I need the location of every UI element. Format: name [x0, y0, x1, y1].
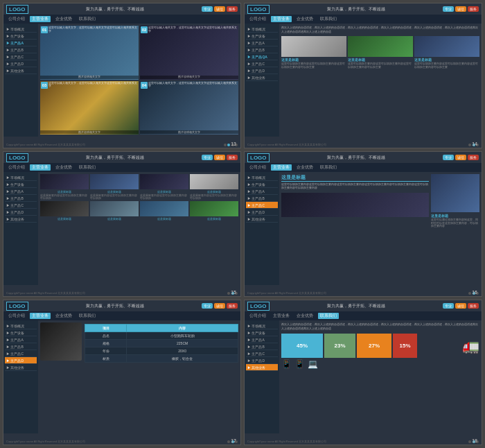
sidebar-market-13[interactable]: ▶ 市场概况	[5, 26, 37, 33]
sidebar-pA-14[interactable]: ▶ 主产品A	[246, 40, 278, 46]
td-year-label: 年份	[85, 347, 127, 355]
s15-item-7: 这是展标题	[140, 201, 188, 221]
s16-big-title: 这显是标题	[281, 174, 429, 182]
laptop-icon: 💻	[308, 359, 318, 369]
nav-business-16[interactable]: 主营业务	[271, 164, 292, 171]
sidebar-pC-16[interactable]: ▶ 主产品C	[246, 202, 278, 209]
sidebar-equip-18[interactable]: ▶ 生产设备	[246, 329, 278, 336]
sidebar-market-17[interactable]: ▶ 市场概况	[5, 322, 37, 329]
sidebar-pA-18[interactable]: ▶ 主产品A	[246, 336, 278, 343]
nav-advantage-14[interactable]: 企业优势	[294, 16, 315, 22]
nav-intro-14[interactable]: 公司介绍	[247, 16, 268, 22]
tires-image-area	[40, 322, 82, 431]
sidebar-equip-13[interactable]: ▶ 生产设备	[5, 33, 37, 40]
nav-advantage-16[interactable]: 企业优势	[294, 164, 315, 171]
nav-contact-13[interactable]: 联系我们	[77, 16, 98, 22]
footer-18: Copyright©your name All Right Reserved 北…	[245, 438, 482, 445]
sidebar-market-15[interactable]: ▶ 市场概况	[5, 174, 37, 181]
sidebar-pC-17[interactable]: ▶ 主产品C	[5, 350, 37, 357]
sidebar-other-13[interactable]: ▶ 其他业务	[5, 67, 37, 74]
s15-img-7	[140, 201, 188, 216]
s15-item-3: 这是展标题 这是展标签内容这里可以添加主要内容可以填加	[140, 174, 188, 200]
nav-business-15[interactable]: 主营业务	[30, 164, 51, 171]
nav-business-17[interactable]: 主营业务	[30, 313, 51, 319]
sidebar-equip-14[interactable]: ▶ 生产设备	[246, 33, 278, 40]
sidebar-pB-18[interactable]: ▶ 主产品B	[246, 343, 278, 350]
s16-left: 这显是标题 这里可以填加主要内容这里可以填加主要内容这里可以填加主要内容这里可以…	[281, 174, 429, 228]
sidebar-pA-16[interactable]: ▶ 主产品A	[246, 188, 278, 195]
sidebar-pB-14[interactable]: ▶ 主产品B	[246, 46, 278, 53]
sidebar-pB-16[interactable]: ▶ 主产品B	[246, 195, 278, 202]
slide-14-nav: 公司介绍 主营业务 企业优势 联系我们	[245, 15, 482, 24]
nav-intro-17[interactable]: 公司介绍	[6, 313, 27, 319]
sidebar-pD-18[interactable]: ▶ 主产品D	[246, 357, 278, 364]
tagline-17: 聚力共赢，勇于开拓、不断超越	[28, 303, 202, 309]
s16-camera-img	[281, 193, 429, 217]
text-04-13: 这里可以输入相关文字，这里可以输入相关文字这里可以输入相关联系文字	[148, 82, 238, 88]
nav-contact-17[interactable]: 联系我们	[77, 313, 98, 319]
s16-big-area: 这显是标题 这里可以填加主要内容这里可以填加主要内容这里可以填加主要内容这里可以…	[281, 174, 479, 228]
nav-contact-14[interactable]: 联系我们	[318, 16, 339, 22]
sidebar-pC-14[interactable]: ▶ 主产品C	[246, 60, 278, 67]
dot1-13	[224, 144, 227, 146]
nav-contact-18[interactable]: 联系我们	[318, 313, 339, 319]
footer-15: Copyright©your name All Right Reserved 北…	[3, 290, 240, 296]
td-name-label: 品名	[85, 332, 127, 340]
sidebar-market-16[interactable]: ▶ 市场概况	[246, 174, 278, 181]
nav-advantage-13[interactable]: 企业优势	[53, 16, 74, 22]
s15-item-1: 这是展标题 这是展标签内容这里可以添加主要内容可以填加	[40, 174, 89, 200]
sidebar-pA-17[interactable]: ▶ 主产品A	[5, 336, 37, 343]
nav-contact-15[interactable]: 联系我们	[77, 164, 98, 171]
slide-16-nav: 公司介绍 主营业务 企业优势 联系我们	[245, 163, 482, 172]
sidebar-pB-17[interactable]: ▶ 主产品B	[5, 343, 37, 350]
sidebar-pB-15[interactable]: ▶ 主产品B	[5, 195, 37, 202]
header-icons-15: 专业 诚信 服务	[202, 155, 238, 160]
sidebar-pC-15[interactable]: ▶ 主产品C	[5, 202, 37, 209]
sidebar-pC-18[interactable]: ▶ 主产品C	[246, 350, 278, 357]
nav-contact-16[interactable]: 联系我们	[318, 164, 339, 171]
sidebar-other-17[interactable]: ▶ 其他业务	[5, 364, 37, 371]
sidebar-equip-17[interactable]: ▶ 生产设备	[5, 329, 37, 336]
slide-15-body: ▶ 市场概况 ▶ 生产设备 ▶ 主产品A ▶ 主产品B ▶ 主产品C ▶ 主产品…	[3, 172, 240, 285]
sidebar-other-15[interactable]: ▶ 其他业务	[5, 216, 37, 223]
nav-business-13[interactable]: 主营业务	[30, 16, 51, 22]
nav-advantage-18[interactable]: 企业优势	[294, 313, 315, 319]
td-spec-label: 规格	[85, 340, 127, 347]
sidebar-pD-13[interactable]: ▶ 主产品D	[5, 60, 37, 67]
sidebar-pD-14[interactable]: ▶ 主产品D	[246, 67, 278, 74]
sidebar-market-18[interactable]: ▶ 市场概况	[246, 322, 278, 329]
nav-advantage-15[interactable]: 企业优势	[53, 164, 74, 171]
slide-17-body: ▶ 市场概况 ▶ 生产设备 ▶ 主产品A ▶ 主产品B ▶ 主产品C ▶ 主产品…	[3, 320, 240, 433]
sidebar-pA-15[interactable]: ▶ 主产品A	[5, 188, 37, 195]
nav-intro-18[interactable]: 公司介绍	[247, 313, 268, 319]
img-cell-4-13: 04 这里可以输入相关文字，这里可以输入相关文字这里可以输入相关联系文字 图片说…	[140, 81, 238, 135]
sidebar-other-16[interactable]: ▶ 其他业务	[246, 216, 278, 223]
sidebar-pQA-14[interactable]: ▶ 主产品QA	[246, 53, 278, 60]
slide-18: LOGO 聚力共赢，勇于开拓、不断超越 专业 诚信 服务 公司介绍 主营业务 企…	[244, 300, 482, 445]
nav-intro-15[interactable]: 公司介绍	[6, 164, 27, 171]
text-03-13: 这里可以输入相关文字，这里可以输入相关文字这里可以输入相关联系文字	[48, 82, 138, 88]
nav-business-14[interactable]: 主营业务	[271, 16, 292, 22]
sidebar-pB-13[interactable]: ▶ 主产品B	[5, 46, 37, 53]
sidebar-market-14[interactable]: ▶ 市场概况	[246, 26, 278, 33]
sidebar-17: ▶ 市场概况 ▶ 生产设备 ▶ 主产品A ▶ 主产品B ▶ 主产品C ▶ 主产品…	[3, 320, 38, 433]
footer-text-16: Copyright©your name All Right Reserved 北…	[247, 291, 468, 295]
sidebar-other-14[interactable]: ▶ 其他业务	[246, 74, 278, 81]
tagline-13: 聚力共赢，勇于开拓、不断超越	[28, 6, 202, 12]
logo-14: LOGO	[247, 5, 270, 14]
sidebar-equip-16[interactable]: ▶ 生产设备	[246, 181, 278, 188]
sidebar-pD-17[interactable]: ▶ 主产品D	[5, 357, 37, 364]
nav-business-18[interactable]: 主营业务	[271, 313, 292, 319]
sidebar-pD-15[interactable]: ▶ 主产品D	[5, 209, 37, 216]
sidebar-pA-13[interactable]: ▶ 主产品A	[5, 40, 37, 46]
slide-16-body: ▶ 市场概况 ▶ 生产设备 ▶ 主产品A ▶ 主产品B ▶ 主产品C ▶ 主产品…	[245, 172, 482, 285]
sidebar-pC-13[interactable]: ▶ 主产品C	[5, 53, 37, 60]
num-04-13: 04	[141, 82, 148, 89]
slide-number-13: 13	[231, 141, 236, 146]
nav-advantage-17[interactable]: 企业优势	[53, 313, 74, 319]
nav-intro-16[interactable]: 公司介绍	[247, 164, 268, 171]
sidebar-pD-16[interactable]: ▶ 主产品D	[246, 209, 278, 216]
sidebar-equip-15[interactable]: ▶ 生产设备	[5, 181, 37, 188]
sidebar-other-18[interactable]: ▶ 其他业务	[246, 364, 278, 371]
nav-intro-13[interactable]: 公司介绍	[6, 16, 27, 22]
